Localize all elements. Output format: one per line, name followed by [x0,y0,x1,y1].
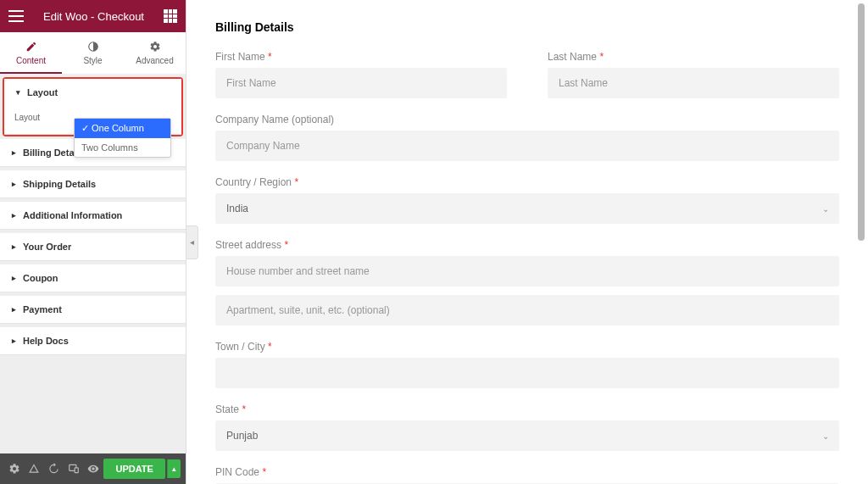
street-label: Street address * [215,239,839,251]
tab-advanced[interactable]: Advanced [124,32,186,74]
settings-icon[interactable] [5,459,23,479]
tab-content-label: Content [16,56,46,65]
panel-header: Edit Woo - Checkout [0,0,186,32]
scrollbar[interactable] [858,3,865,241]
panel-tabs: Content Style Advanced [0,32,186,75]
state-label: State * [215,403,839,415]
layout-dropdown: One Column Two Columns [74,118,171,158]
section-layout-title: Layout [27,87,58,97]
highlight-annotation: ▾ Layout Layout One Column Two Columns [3,77,183,136]
last-name-label: Last Name * [548,51,839,63]
update-button[interactable]: UPDATE [103,459,164,479]
gear-icon [149,41,161,53]
section-layout-header[interactable]: ▾ Layout [4,79,181,106]
pin-label: PIN Code * [215,466,839,478]
street-input-2[interactable] [215,295,839,325]
billing-heading: Billing Details [215,20,839,34]
street-input-1[interactable] [215,256,839,287]
pencil-icon [25,41,37,53]
panel-footer: UPDATE ▴ [0,453,186,484]
caret-right-icon: ▸ [12,305,16,314]
first-name-input[interactable] [215,68,507,98]
preview-icon[interactable] [84,459,102,479]
state-select[interactable]: Punjab [215,420,839,451]
city-input[interactable] [215,358,839,388]
responsive-icon[interactable] [64,459,82,479]
caret-right-icon: ▸ [12,180,16,188]
tab-advanced-label: Advanced [136,56,173,65]
hamburger-icon[interactable] [8,10,24,22]
first-name-label: First Name * [215,51,507,63]
tab-style[interactable]: Style [62,32,124,74]
update-options-button[interactable]: ▴ [167,459,181,478]
caret-right-icon: ▸ [12,274,16,282]
caret-down-icon: ▾ [16,88,20,97]
section-help-title: Help Docs [23,336,69,346]
preview-area: Billing Details First Name * Last Name *… [186,0,868,484]
caret-right-icon: ▸ [12,148,16,157]
caret-right-icon: ▸ [12,242,16,251]
country-label: Country / Region * [215,176,839,188]
section-additional-title: Additional Information [23,210,122,220]
panel-title: Edit Woo - Checkout [24,10,164,23]
company-input[interactable] [215,131,839,161]
section-additional-header[interactable]: ▸Additional Information [0,202,186,229]
section-shipping-title: Shipping Details [23,179,96,189]
section-layout-content: Layout One Column Two Columns [4,106,181,134]
section-order-title: Your Order [23,242,71,252]
company-label: Company Name (optional) [215,114,839,125]
svg-rect-2 [75,468,78,473]
section-shipping-header[interactable]: ▸Shipping Details [0,170,186,197]
panel-body: ▾ Layout Layout One Column Two Columns [0,75,186,453]
section-coupon-header[interactable]: ▸Coupon [0,264,186,292]
caret-right-icon: ▸ [12,337,16,345]
dropdown-option-one-column[interactable]: One Column [75,119,170,138]
section-help-header[interactable]: ▸Help Docs [0,327,186,354]
last-name-input[interactable] [548,68,839,98]
layout-label: Layout [14,113,74,122]
section-payment-header[interactable]: ▸Payment [0,296,186,323]
contrast-icon [87,41,99,53]
caret-right-icon: ▸ [12,211,16,220]
apps-icon[interactable] [164,9,177,23]
section-payment-title: Payment [23,304,62,314]
tab-style-label: Style [83,56,102,65]
country-select[interactable]: India [215,193,839,224]
navigator-icon[interactable] [25,459,42,479]
scrollbar-thumb[interactable] [858,3,865,241]
section-coupon-title: Coupon [23,273,58,283]
history-icon[interactable] [45,459,63,479]
collapse-panel-handle[interactable]: ◂ [186,225,198,259]
tab-content[interactable]: Content [0,32,62,74]
section-order-header[interactable]: ▸Your Order [0,233,186,260]
city-label: Town / City * [215,341,839,353]
dropdown-option-two-columns[interactable]: Two Columns [75,138,170,157]
editor-panel: Edit Woo - Checkout Content Style Advanc… [0,0,186,484]
